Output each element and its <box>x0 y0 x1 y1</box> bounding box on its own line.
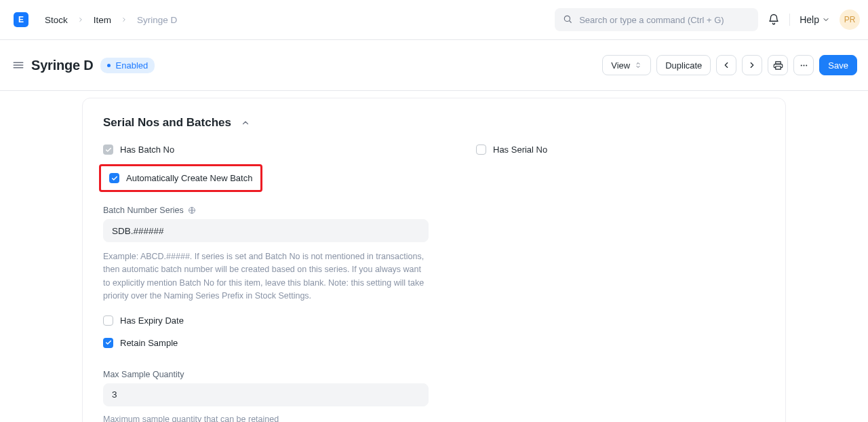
max-sample-help: Maximum sample quantity that can be reta… <box>103 413 429 423</box>
checkbox-checked-icon <box>103 338 113 348</box>
checkbox-unchecked-icon <box>476 145 486 155</box>
svg-rect-5 <box>776 61 781 63</box>
page-header: Syringe D Enabled View Duplicate Save <box>0 40 868 91</box>
chevron-left-icon <box>722 60 731 70</box>
has-serial-no-checkbox[interactable]: Has Serial No <box>476 145 747 155</box>
duplicate-button[interactable]: Duplicate <box>656 55 711 75</box>
batch-series-input[interactable] <box>103 219 429 242</box>
chevron-down-icon <box>822 16 830 24</box>
more-button[interactable] <box>793 55 814 75</box>
checkbox-unchecked-icon <box>103 315 113 326</box>
save-button[interactable]: Save <box>819 55 857 75</box>
divider <box>789 14 790 26</box>
form-card: Serial Nos and Batches Has Batch No A <box>82 98 786 422</box>
print-button[interactable] <box>768 55 788 75</box>
chevron-right-icon <box>747 60 757 70</box>
checkbox-disabled-checked-icon <box>103 145 113 155</box>
avatar[interactable]: PR <box>840 9 860 30</box>
svg-point-8 <box>803 64 804 66</box>
help-button[interactable]: Help <box>800 14 830 25</box>
status-text: Enabled <box>116 60 149 71</box>
chevron-up-icon <box>241 118 250 128</box>
navbar-right: Help PR <box>555 8 860 31</box>
page-header-left: Syringe D Enabled <box>12 58 155 73</box>
view-button[interactable]: View <box>602 55 651 75</box>
search-icon <box>563 14 572 26</box>
checkbox-checked-icon <box>109 173 119 183</box>
main-area: Serial Nos and Batches Has Batch No A <box>0 91 868 422</box>
section-header[interactable]: Serial Nos and Batches <box>103 116 765 130</box>
has-batch-no-checkbox[interactable]: Has Batch No <box>103 145 429 155</box>
app-logo[interactable]: E <box>14 12 28 27</box>
svg-point-9 <box>806 64 807 66</box>
breadcrumb-current: Syringe D <box>137 15 177 25</box>
svg-point-7 <box>801 64 802 66</box>
prev-button[interactable] <box>716 55 736 75</box>
global-search[interactable] <box>555 8 758 31</box>
checkbox-label: Has Serial No <box>493 145 547 155</box>
column-left: Has Batch No Automatically Create New Ba… <box>103 145 429 422</box>
column-right: Has Serial No <box>476 145 747 422</box>
globe-icon <box>188 206 196 214</box>
breadcrumb-stock[interactable]: Stock <box>45 15 68 25</box>
checkbox-label: Retain Sample <box>120 338 178 348</box>
max-sample-input[interactable] <box>103 383 429 406</box>
status-dot-icon <box>107 64 111 67</box>
search-input[interactable] <box>579 15 750 25</box>
auto-create-batch-checkbox[interactable]: Automatically Create New Batch <box>109 173 252 183</box>
form-columns: Has Batch No Automatically Create New Ba… <box>103 145 765 422</box>
checkbox-label: Automatically Create New Batch <box>126 173 252 183</box>
retain-sample-checkbox[interactable]: Retain Sample <box>103 338 429 348</box>
sidebar-toggle-icon[interactable] <box>12 59 24 71</box>
svg-rect-6 <box>776 66 781 69</box>
next-button[interactable] <box>742 55 762 75</box>
has-expiry-checkbox[interactable]: Has Expiry Date <box>103 315 429 326</box>
checkbox-label: Has Batch No <box>120 145 174 155</box>
batch-series-label: Batch Number Series <box>103 206 429 215</box>
navbar: E Stock Item Syringe D Help PR <box>0 0 868 40</box>
chevron-right-icon <box>121 16 127 23</box>
navbar-left: E Stock Item Syringe D <box>14 12 177 27</box>
max-sample-label: Max Sample Quantity <box>103 370 429 379</box>
breadcrumb-item[interactable]: Item <box>94 15 111 25</box>
status-badge: Enabled <box>100 58 155 73</box>
highlighted-field: Automatically Create New Batch <box>99 164 262 192</box>
section-title: Serial Nos and Batches <box>103 116 231 130</box>
dots-icon <box>799 60 809 71</box>
batch-series-help: Example: ABCD.#####. If series is set an… <box>103 250 429 303</box>
svg-line-1 <box>570 20 572 22</box>
notifications-button[interactable] <box>768 14 780 26</box>
page-title: Syringe D <box>31 58 94 73</box>
chevron-right-icon <box>77 16 84 23</box>
print-icon <box>773 60 783 71</box>
page-header-right: View Duplicate Save <box>602 55 857 75</box>
checkbox-label: Has Expiry Date <box>120 315 184 326</box>
select-arrows-icon <box>634 61 642 69</box>
help-label: Help <box>800 14 819 25</box>
